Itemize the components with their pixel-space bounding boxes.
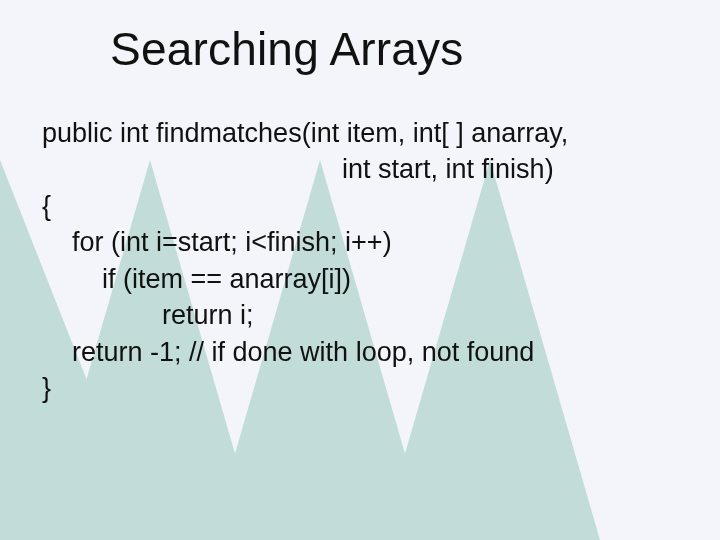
code-block: public int findmatches(int item, int[ ] … (42, 115, 682, 407)
code-line: for (int i=start; i<finish; i++) (42, 224, 682, 260)
code-line: return i; (42, 297, 682, 333)
code-line: } (42, 370, 682, 406)
code-line: return -1; // if done with loop, not fou… (42, 334, 682, 370)
slide-title: Searching Arrays (110, 22, 463, 76)
code-line: public int findmatches(int item, int[ ] … (42, 115, 682, 151)
code-line: if (item == anarray[i]) (42, 261, 682, 297)
code-line: { (42, 188, 682, 224)
slide: Searching Arrays public int findmatches(… (0, 0, 720, 540)
code-line: int start, int finish) (42, 151, 682, 187)
